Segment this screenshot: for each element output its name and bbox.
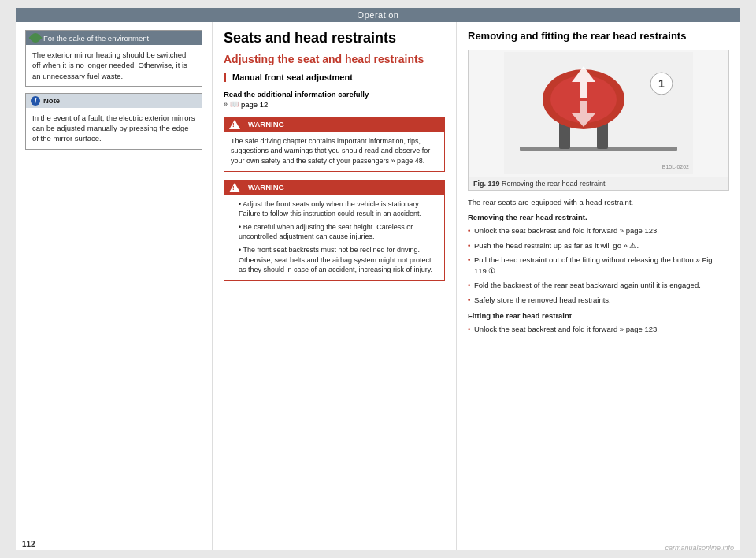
page-ref-text: page 12 bbox=[241, 100, 268, 109]
manual-section-title: Manual front seat adjustment bbox=[232, 73, 445, 82]
warning-body-2: • Adjust the front seats only when the v… bbox=[224, 195, 444, 280]
read-info-text: Read the additional information carefull… bbox=[224, 90, 445, 99]
environment-box-title: For the sake of the environment bbox=[43, 34, 149, 43]
environment-box-body: The exterior mirror heating should be sw… bbox=[26, 45, 202, 86]
svg-text:1: 1 bbox=[658, 77, 665, 90]
figure-number: Fig. 119 bbox=[473, 180, 500, 188]
warning-header-1: WARNING bbox=[224, 117, 444, 132]
environment-box: For the sake of the environment The exte… bbox=[25, 30, 202, 87]
header-title: Operation bbox=[358, 10, 399, 20]
warning-triangle-icon-2 bbox=[229, 183, 240, 192]
intro-text: The rear seats are equipped with a head … bbox=[468, 197, 729, 208]
info-icon: i bbox=[31, 96, 40, 106]
note-box-text: In the event of a fault, the electric ex… bbox=[32, 113, 195, 143]
note-box: i Note In the event of a fault, the elec… bbox=[25, 93, 202, 150]
warning-triangle-icon-1 bbox=[229, 120, 240, 129]
removing-bullet-item: Safely store the removed head restraints… bbox=[468, 295, 729, 306]
warning-title-1: WARNING bbox=[248, 120, 284, 128]
figure-caption-text: Removing the rear head restraint bbox=[502, 180, 606, 188]
right-body: The rear seats are equipped with a head … bbox=[468, 197, 729, 336]
left-column: For the sake of the environment The exte… bbox=[16, 22, 213, 550]
svg-text:B15L-0202: B15L-0202 bbox=[662, 164, 689, 169]
note-box-body: In the event of a fault, the electric ex… bbox=[26, 108, 202, 149]
head-restraint-svg: 1 B15L-0202 bbox=[504, 52, 693, 174]
warning-bullet-item: • Be careful when adjusting the seat hei… bbox=[231, 222, 438, 242]
warning-title-2: WARNING bbox=[248, 183, 284, 192]
removing-bullet-item: Pull the head restraint out of the fitti… bbox=[468, 255, 729, 277]
right-section-title: Removing and fitting the rear head restr… bbox=[468, 30, 729, 43]
warning-body-1: The safe driving chapter contains import… bbox=[224, 132, 444, 171]
warning-bullet-item: • Adjust the front seats only when the v… bbox=[231, 199, 438, 219]
removing-bullet-item: Unlock the seat backrest and fold it for… bbox=[468, 225, 729, 236]
removing-bullets-list: Unlock the seat backrest and fold it for… bbox=[468, 225, 729, 306]
warning-text-1: The safe driving chapter contains import… bbox=[231, 137, 430, 165]
figure-caption: Fig. 119 Removing the rear head restrain… bbox=[469, 177, 728, 190]
book-arrow-icon: » bbox=[224, 100, 228, 108]
middle-column: Seats and head restraints Adjusting the … bbox=[213, 22, 457, 550]
note-box-title: Note bbox=[43, 96, 60, 105]
section-title: Adjusting the seat and head restraints bbox=[224, 52, 445, 66]
operation-header: Operation bbox=[16, 8, 740, 22]
warning-box-2: WARNING • Adjust the front seats only wh… bbox=[224, 180, 445, 281]
page-ref: » 📖 page 12 bbox=[224, 100, 445, 109]
watermark: carmanualsonline.info bbox=[665, 544, 734, 552]
content-area: For the sake of the environment The exte… bbox=[16, 22, 740, 550]
manual-section: Manual front seat adjustment bbox=[224, 73, 445, 82]
warning-box-1: WARNING The safe driving chapter contain… bbox=[224, 117, 445, 172]
removing-bullet-item: Fold the backrest of the rear seat backw… bbox=[468, 280, 729, 291]
fitting-bullet-item: Unlock the seat backrest and fold it for… bbox=[468, 324, 729, 335]
environment-box-text: The exterior mirror heating should be sw… bbox=[32, 50, 187, 80]
book-icon: 📖 bbox=[230, 100, 239, 108]
right-column: Removing and fitting the rear head restr… bbox=[457, 22, 740, 550]
page-number: 112 bbox=[22, 540, 35, 549]
warning-bullet-item: • The front seat backrests must not be r… bbox=[231, 245, 438, 275]
fitting-bullets-list: Unlock the seat backrest and fold it for… bbox=[468, 324, 729, 335]
figure-box: 1 B15L-0202 Fig. 119 Removing the rear h… bbox=[468, 50, 729, 191]
removing-bullet-item: Push the head restraint up as far as it … bbox=[468, 240, 729, 251]
note-box-header: i Note bbox=[26, 94, 202, 108]
environment-box-header: For the sake of the environment bbox=[26, 31, 202, 45]
fitting-heading: Fitting the rear head restraint bbox=[468, 311, 729, 322]
removing-heading: Removing the rear head restraint. bbox=[468, 212, 729, 223]
figure-image: 1 B15L-0202 bbox=[469, 50, 728, 177]
main-title: Seats and head restraints bbox=[224, 30, 445, 47]
leaf-icon bbox=[29, 32, 43, 45]
warning-header-2: WARNING bbox=[224, 180, 444, 195]
page-wrapper: Operation For the sake of the environmen… bbox=[16, 8, 740, 550]
